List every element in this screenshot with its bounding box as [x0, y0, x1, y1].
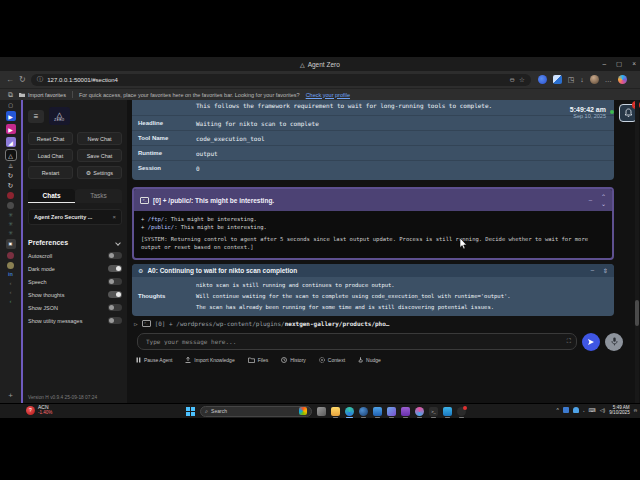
tab-chats[interactable]: Chats — [28, 189, 75, 203]
minimize-card-icon[interactable]: ‒ — [591, 267, 594, 273]
tab-favicon[interactable]: ◢ — [6, 137, 16, 147]
expand-card-icon[interactable]: ⌃⌄ — [601, 193, 606, 207]
new-chat-button[interactable]: New Chat — [77, 132, 122, 145]
onedrive-cloud-icon[interactable] — [573, 407, 579, 413]
load-chat-button[interactable]: Load Chat — [28, 149, 73, 162]
message-input[interactable] — [137, 333, 577, 350]
toggle-switch[interactable] — [108, 278, 122, 285]
toggle-dark-mode[interactable]: Dark mode — [28, 265, 122, 272]
context-button[interactable]: Context — [319, 357, 345, 363]
expand-card-icon[interactable]: ⇳ — [603, 267, 608, 274]
minimize-card-icon[interactable]: ‒ — [589, 197, 592, 203]
tab-favicon[interactable]: ▣ — [6, 239, 16, 249]
tab-favicon[interactable]: ✳ — [8, 212, 13, 218]
downloads-icon[interactable]: ↓ — [580, 76, 584, 83]
path-link[interactable]: /public/ — [148, 224, 175, 230]
tray-chevron-icon[interactable]: ^ — [557, 407, 559, 413]
agent-card-header[interactable]: ⚙ A0: Continuing to wait for nikto scan … — [132, 264, 614, 277]
toggle-show-utility-messages[interactable]: Show utility messages — [28, 317, 122, 324]
tab-favicon[interactable]: ↻ — [8, 182, 14, 189]
tab-tasks[interactable]: Tasks — [75, 189, 122, 203]
scrollbar[interactable] — [635, 100, 639, 403]
chevron-down-icon[interactable] — [115, 240, 121, 246]
taskbar-app-vscode[interactable] — [443, 407, 452, 416]
chat-list-item[interactable]: Agent Zero Security ... × — [28, 209, 122, 225]
tab-favicon[interactable]: ‹ — [10, 289, 12, 295]
tab-favicon[interactable]: ‹ — [10, 298, 12, 304]
microphone-button[interactable] — [605, 333, 623, 351]
taskbar-app-taskview[interactable] — [317, 407, 326, 416]
tab-favicon[interactable]: ↻ — [8, 172, 14, 179]
new-tab-button[interactable]: + — [8, 391, 13, 400]
pause-agent-button[interactable]: Pause Agent — [136, 357, 172, 363]
reader-icon[interactable]: ⊖ — [509, 76, 514, 84]
tab-favicon[interactable] — [7, 202, 14, 209]
toggle-switch[interactable] — [108, 252, 122, 259]
scrollbar-thumb[interactable] — [635, 300, 639, 326]
toggle-autoscroll[interactable]: Autoscroll — [28, 252, 122, 259]
tab-favicon[interactable]: ‹ — [10, 280, 12, 286]
tab-actions-icon[interactable]: ▢ — [8, 103, 13, 108]
close-chat-icon[interactable]: × — [112, 214, 116, 220]
settings-button[interactable]: ⚙ Settings — [77, 166, 122, 179]
profile-avatar[interactable] — [590, 75, 599, 84]
tab-favicon[interactable] — [7, 192, 14, 199]
terminal-card-header[interactable]: >_ [0] + /public/: This might be interes… — [134, 189, 612, 211]
toggle-show-thoughts[interactable]: Show thoughts — [28, 291, 122, 298]
tab-favicon[interactable]: ✳ — [8, 221, 13, 227]
taskbar-app-recorder[interactable] — [457, 407, 466, 416]
minimize-button[interactable]: – — [602, 60, 606, 68]
back-icon[interactable]: ← — [6, 76, 14, 84]
network-display-icon[interactable]: ⌨ — [589, 407, 596, 413]
check-profile-link[interactable]: Check your profile — [306, 92, 350, 98]
extension-icon[interactable] — [538, 75, 547, 84]
maximize-button[interactable]: ▢ — [616, 60, 622, 68]
tab-group-icon[interactable]: ⧉ — [8, 91, 13, 98]
microphone-tray-icon[interactable]: 𝆺 — [583, 407, 585, 414]
copilot-icon[interactable] — [618, 75, 627, 84]
history-button[interactable]: History — [281, 357, 306, 363]
close-button[interactable]: × — [632, 60, 636, 68]
taskbar-app-browser[interactable] — [359, 407, 368, 416]
tab-favicon[interactable] — [7, 262, 14, 269]
favorite-star-icon[interactable]: ☆ — [519, 76, 525, 84]
tab-favicon[interactable]: ▶ — [6, 111, 16, 121]
send-button[interactable] — [582, 333, 600, 351]
notification-center-bell-icon[interactable]: ⍾ — [634, 407, 637, 414]
tab-favicon-linkedin[interactable]: in — [8, 272, 13, 278]
save-chat-button[interactable]: Save Chat — [77, 149, 122, 162]
taskbar-app-onenote[interactable] — [401, 407, 410, 416]
toggle-show-json[interactable]: Show JSON — [28, 304, 122, 311]
collections-icon[interactable]: ◳ — [568, 76, 575, 83]
toggle-switch[interactable] — [108, 291, 122, 298]
site-info-icon[interactable]: ⓘ — [37, 75, 44, 84]
taskbar-app-media[interactable] — [387, 407, 396, 416]
path-link[interactable]: /ftp/ — [148, 216, 165, 222]
tab-favicon[interactable]: ◬ — [8, 163, 12, 169]
taskbar-app-powertoys[interactable] — [415, 407, 424, 416]
taskbar-app-file-explorer[interactable] — [331, 407, 340, 416]
more-menu-icon[interactable]: … — [605, 76, 612, 83]
refresh-icon[interactable]: ↻ — [19, 76, 26, 84]
taskbar-app-edge[interactable] — [345, 407, 354, 416]
toggle-speech[interactable]: Speech — [28, 278, 122, 285]
taskbar-app-notepad[interactable] — [373, 407, 382, 416]
restart-button[interactable]: Restart — [28, 166, 73, 179]
reset-chat-button[interactable]: Reset Chat — [28, 132, 73, 145]
tab-favicon[interactable]: ▶ — [6, 124, 16, 134]
toggle-switch[interactable] — [108, 304, 122, 311]
taskbar-app-terminal[interactable]: >_ — [429, 407, 438, 416]
nudge-button[interactable]: Nudge — [358, 357, 381, 363]
toggle-switch[interactable] — [108, 317, 122, 324]
hamburger-menu-icon[interactable]: ≡ — [28, 110, 44, 123]
import-knowledge-button[interactable]: Import Knowledge — [185, 357, 234, 363]
widgets-stock-button[interactable]: ? ACN -1.40% — [26, 405, 52, 415]
tab-favicon-agent-zero[interactable]: △ — [6, 150, 16, 160]
tab-favicon[interactable] — [7, 252, 14, 259]
expand-input-icon[interactable]: ⛶ — [567, 338, 571, 345]
toggle-switch[interactable] — [108, 265, 122, 272]
import-favorites-button[interactable]: Import favorites — [19, 92, 66, 98]
browser-tab[interactable]: △ Agent Zero — [300, 61, 340, 68]
tab-favicon[interactable]: ✳ — [8, 230, 13, 236]
extension-icon[interactable] — [553, 75, 562, 84]
